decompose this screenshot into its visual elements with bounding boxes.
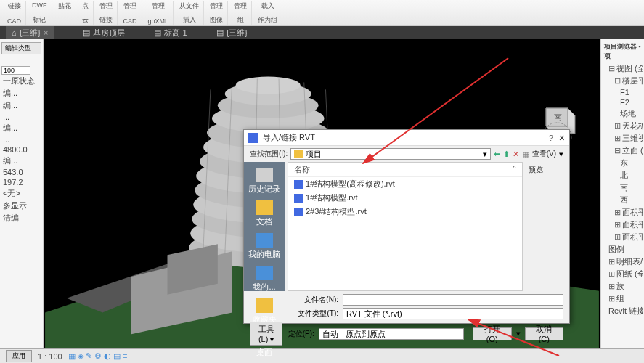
home-icon: ⌂ (12, 28, 17, 37)
tree-item[interactable]: 西 (603, 194, 643, 206)
sidebar-mycomputer[interactable]: 我的电脑 (244, 230, 285, 263)
tree-item[interactable]: ⊟楼层平面 (603, 75, 643, 87)
file-row[interactable]: 1#结构模型(高程修改).rvt (288, 177, 522, 191)
view-icon: ▤ (154, 28, 161, 38)
tree-item[interactable]: ⊞面积平面 (603, 231, 643, 243)
close-icon[interactable]: × (559, 132, 565, 144)
tree-item[interactable]: ⊟立面 (建 (603, 144, 643, 157)
newfolder-icon[interactable]: ▦ (522, 150, 529, 159)
col-name[interactable]: 名称 (294, 164, 513, 175)
tree-toggle-icon[interactable]: ⊟ (608, 64, 615, 73)
chevron-down-icon[interactable]: ▾ (516, 329, 521, 338)
tree-toggle-icon[interactable]: ⊞ (608, 294, 615, 303)
ribbon-group[interactable]: 管理图像 (205, 1, 228, 25)
tree-toggle-icon[interactable]: ⊞ (608, 269, 615, 278)
tree-toggle-icon[interactable]: ⊞ (614, 232, 621, 241)
ribbon-item[interactable]: 链接 (8, 1, 21, 11)
back-icon[interactable]: ⬅ (494, 150, 500, 159)
tree-item[interactable]: ⊞明细表/数 (603, 256, 643, 268)
tree-item[interactable]: 图例 (603, 243, 643, 256)
svg-rect-28 (256, 168, 273, 182)
tree-toggle-icon[interactable]: ⊞ (614, 208, 621, 216)
file-list[interactable]: 名称 ^ 1#结构模型(高程修改).rvt1#结构模型.rvt2#3#结构模型.… (288, 162, 523, 291)
tree-toggle-icon[interactable]: ⊞ (608, 257, 615, 266)
chevron-down-icon[interactable]: ▾ (559, 150, 563, 159)
file-row[interactable]: 2#3#结构模型.rvt (288, 205, 522, 219)
scale-input[interactable] (1, 66, 30, 75)
scale-display[interactable]: 1 : 100 (38, 352, 62, 361)
svg-rect-36 (294, 208, 303, 216)
tree-item[interactable]: ⊞面积平面 (603, 219, 643, 231)
tree-item[interactable]: 东 (603, 157, 643, 169)
ribbon-group[interactable]: 贴花 (54, 1, 76, 25)
tree-item[interactable]: F2 (603, 97, 643, 107)
tree-label: 北 (620, 171, 628, 179)
rvt-file-icon (294, 180, 303, 189)
ribbon-group[interactable]: 载入作为组 (253, 1, 282, 25)
tree-toggle-icon[interactable]: ⊞ (614, 220, 621, 229)
tree-toggle-icon[interactable]: ⊞ (608, 282, 615, 290)
history-icon (256, 168, 273, 182)
tree-item[interactable]: ⊞图纸 (全 (603, 268, 643, 280)
tree-item[interactable]: 场地 (603, 107, 643, 120)
tree-toggle-icon[interactable]: ⊞ (614, 121, 621, 130)
file-name: 2#3#结构模型.rvt (306, 206, 367, 217)
tree-item[interactable]: F1 (603, 87, 643, 97)
view-tab[interactable]: ▤标高 1 (154, 28, 187, 38)
ribbon-group[interactable]: 管理组 (229, 1, 252, 25)
tree-item[interactable]: 北 (603, 169, 643, 182)
ribbon-group[interactable]: 点云 (78, 1, 94, 25)
tree-toggle-icon[interactable]: ⊞ (614, 134, 621, 142)
up-icon[interactable]: ⬆ (503, 150, 510, 159)
sidebar-network[interactable]: 我的... (244, 263, 285, 295)
edit-type-button[interactable]: 编辑类型 (1, 42, 41, 54)
tree-item[interactable]: Revit 链接 (603, 305, 643, 317)
apply-button[interactable]: 应用 (6, 350, 32, 362)
ribbon-group[interactable]: 管理CAD (119, 1, 142, 25)
tree-item[interactable]: ⊞天花板平 (603, 120, 643, 132)
tree-item[interactable]: ⊞族 (603, 280, 643, 293)
lookin-dropdown[interactable]: 项目 ▾ (290, 148, 490, 160)
dialog-sidebar: 历史记录 文档 我的电脑 我的... 收藏夹 桌面 (244, 162, 285, 291)
file-row[interactable]: 1#结构模型.rvt (288, 191, 522, 205)
view-tab[interactable]: ▤基房顶层 (83, 28, 125, 38)
tree-item[interactable]: ⊞三维视图 (603, 132, 643, 144)
tree-toggle-icon[interactable]: ⊟ (614, 146, 621, 155)
file-list-header[interactable]: 名称 ^ (288, 163, 522, 177)
dialog-titlebar: 导入/链接 RVT ? × (244, 130, 569, 146)
tree-toggle-icon[interactable]: ⊟ (614, 76, 621, 85)
sidebar-history[interactable]: 历史记录 (244, 165, 285, 197)
filename-input[interactable] (343, 294, 563, 306)
file-name: 1#结构模型.rvt (306, 192, 358, 203)
views-button[interactable]: 查看(V) (532, 149, 556, 159)
ribbon: 链接CAD DWF标记 贴花 点云 管理链接 管理CAD 管理gbXML 从文件… (0, 0, 644, 26)
position-select[interactable]: 自动 - 原点到原点 (319, 328, 464, 340)
computer-icon (256, 233, 273, 248)
view-tab[interactable]: ▤{三维} (216, 28, 248, 38)
close-icon[interactable]: × (44, 28, 48, 37)
ribbon-group[interactable]: DWF标记 (28, 1, 52, 25)
tree-item[interactable]: ⊞组 (603, 293, 643, 305)
tree-item[interactable]: 南 (603, 182, 643, 194)
tree-item[interactable]: ⊟视图 (全 (603, 62, 643, 75)
filetype-select[interactable]: RVT 文件 (*.rvt) (343, 308, 563, 319)
tree-label: 明细表/数 (616, 257, 643, 266)
ribbon-group[interactable]: 管理gbXML (144, 1, 174, 25)
status-icons[interactable]: ▦ ◈ ✎ ⚙ ◐ ▤ ≡ (68, 351, 128, 361)
delete-icon[interactable]: ✕ (513, 150, 519, 159)
ribbon-group[interactable]: 管理链接 (95, 1, 118, 25)
help-icon[interactable]: ? (549, 134, 553, 142)
ribbon-group[interactable]: 链接CAD (3, 1, 26, 25)
tree-label: Revit 链接 (608, 306, 643, 315)
svg-text:南: 南 (554, 113, 562, 121)
ribbon-group[interactable]: 从文件插入 (175, 1, 204, 25)
tree-label: 面积平面 (622, 220, 643, 229)
view-tab[interactable]: ⌂ {三维} × (6, 26, 54, 40)
sidebar-docs[interactable]: 文档 (244, 197, 285, 230)
open-button[interactable]: 打开(O) (473, 327, 512, 340)
cancel-button[interactable]: 取消(C) (525, 327, 563, 340)
tree-label: 图例 (608, 245, 624, 253)
tree-label: 图纸 (全 (616, 269, 643, 278)
tree-item[interactable]: ⊞面积平面 (603, 206, 643, 219)
tools-button[interactable]: 工具(L) ▾ (250, 322, 282, 346)
